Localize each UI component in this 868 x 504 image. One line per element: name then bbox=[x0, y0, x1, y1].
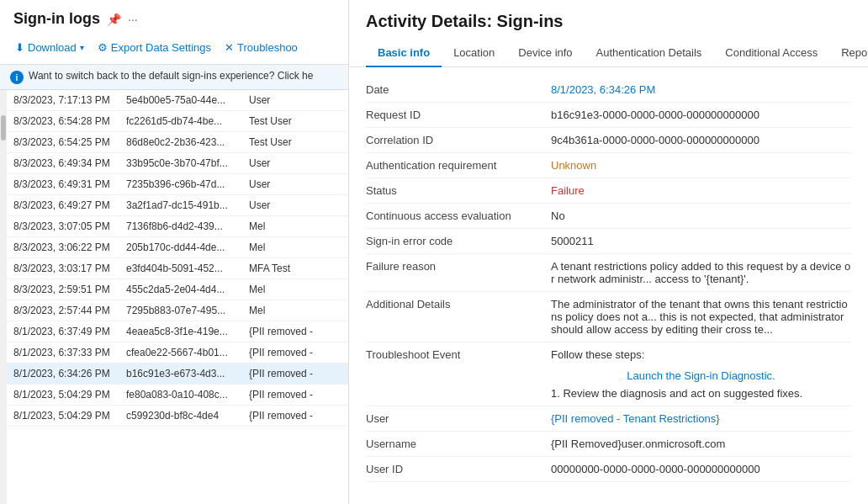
scroll-thumb[interactable] bbox=[1, 115, 6, 141]
tab-basic-info[interactable]: Basic info bbox=[366, 40, 442, 67]
log-timestamp: 8/3/2023, 3:07:05 PM bbox=[13, 220, 123, 232]
troubleshoot-header: Follow these steps: bbox=[551, 348, 851, 361]
detail-row: Failure reasonA tenant restrictions poli… bbox=[366, 254, 851, 292]
detail-label: Correlation ID bbox=[366, 134, 551, 146]
right-panel: Activity Details: Sign-ins Basic infoLoc… bbox=[349, 0, 868, 504]
scroll-track[interactable] bbox=[0, 90, 7, 504]
log-row[interactable]: 8/1/2023, 6:34:26 PM b16c91e3-e673-4d3..… bbox=[7, 363, 348, 385]
export-icon: ⚙ bbox=[98, 41, 108, 54]
log-row[interactable]: 8/3/2023, 6:54:28 PM fc2261d5-db74-4be..… bbox=[7, 111, 348, 132]
log-timestamp: 8/3/2023, 3:06:22 PM bbox=[13, 241, 123, 253]
export-button[interactable]: ⚙ Export Data Settings bbox=[96, 38, 213, 57]
download-button[interactable]: ⬇ Download ▾ bbox=[13, 38, 86, 57]
log-timestamp: 8/3/2023, 6:49:27 PM bbox=[13, 199, 123, 211]
log-id: 86d8e0c2-2b36-423... bbox=[126, 136, 246, 148]
detail-label: User bbox=[366, 412, 551, 425]
detail-label: Troubleshoot Event bbox=[366, 348, 551, 361]
detail-label: Request ID bbox=[366, 109, 551, 121]
detail-value: Follow these steps: Launch the Sign-in D… bbox=[551, 348, 851, 400]
panel-title: Sign-in logs bbox=[13, 10, 100, 28]
log-row[interactable]: 8/3/2023, 6:49:34 PM 33b95c0e-3b70-47bf.… bbox=[7, 153, 348, 174]
download-dropdown-icon: ▾ bbox=[80, 43, 84, 52]
log-user: User bbox=[249, 94, 341, 106]
log-user: Mel bbox=[249, 241, 341, 253]
detail-row: Continuous access evaluationNo bbox=[366, 204, 851, 229]
log-row[interactable]: 8/1/2023, 5:04:29 PM fe80a083-0a10-408c.… bbox=[7, 385, 348, 406]
detail-value: 9c4b361a-0000-0000-0000-000000000000 bbox=[551, 134, 851, 146]
log-id: 7295b883-07e7-495... bbox=[126, 305, 246, 316]
log-row[interactable]: 8/1/2023, 6:37:33 PM cfea0e22-5667-4b01.… bbox=[7, 342, 348, 363]
pin-icon[interactable]: 📌 bbox=[107, 13, 121, 26]
detail-value: The administrator of the tenant that own… bbox=[551, 298, 851, 336]
log-id: fe80a083-0a10-408c... bbox=[126, 389, 246, 401]
detail-value: 8/1/2023, 6:34:26 PM bbox=[551, 83, 851, 96]
log-id: 455c2da5-2e04-4d4... bbox=[126, 284, 246, 295]
log-user: Mel bbox=[249, 220, 341, 232]
log-id: 4eaea5c8-3f1e-419e... bbox=[126, 326, 246, 337]
log-row[interactable]: 8/3/2023, 3:06:22 PM 205b170c-dd44-4de..… bbox=[7, 237, 348, 258]
log-timestamp: 8/3/2023, 2:57:44 PM bbox=[13, 305, 123, 316]
log-user: Test User bbox=[249, 115, 341, 127]
log-timestamp: 8/3/2023, 6:54:28 PM bbox=[13, 115, 123, 127]
tab-device-info[interactable]: Device info bbox=[506, 40, 584, 67]
log-id: 7136f8b6-d4d2-439... bbox=[126, 220, 246, 232]
log-timestamp: 8/3/2023, 2:59:51 PM bbox=[13, 284, 123, 295]
log-user: {PII removed - bbox=[249, 326, 341, 337]
log-id: c599230d-bf8c-4de4 bbox=[126, 410, 246, 422]
log-row[interactable]: 8/3/2023, 7:17:13 PM 5e4b00e5-75a0-44e..… bbox=[7, 90, 348, 111]
log-timestamp: 8/1/2023, 5:04:29 PM bbox=[13, 389, 123, 401]
more-options-icon[interactable]: ··· bbox=[128, 13, 138, 26]
detail-row: Username{PII Removed}user.onmicrosoft.co… bbox=[366, 432, 851, 457]
detail-value: A tenant restrictions policy added to th… bbox=[551, 260, 851, 285]
log-row[interactable]: 8/3/2023, 6:49:27 PM 3a2f1ad7-dc15-491b.… bbox=[7, 195, 348, 216]
log-user: {PII removed - bbox=[249, 410, 341, 422]
log-user: {PII removed - bbox=[249, 389, 341, 401]
log-timestamp: 8/1/2023, 6:37:49 PM bbox=[13, 326, 123, 337]
log-row[interactable]: 8/3/2023, 6:49:31 PM 7235b396-c96b-47d..… bbox=[7, 174, 348, 195]
log-id: 205b170c-dd44-4de... bbox=[126, 241, 246, 253]
log-row[interactable]: 8/3/2023, 2:59:51 PM 455c2da5-2e04-4d4..… bbox=[7, 279, 348, 300]
detail-label: Authentication requirement bbox=[366, 159, 551, 172]
log-row[interactable]: 8/3/2023, 6:54:25 PM 86d8e0c2-2b36-423..… bbox=[7, 132, 348, 153]
tab-report-only[interactable]: Report-only bbox=[829, 40, 868, 67]
log-id: cfea0e22-5667-4b01... bbox=[126, 347, 246, 358]
detail-value: Unknown bbox=[551, 159, 851, 172]
log-user: User bbox=[249, 178, 341, 190]
tab-location[interactable]: Location bbox=[442, 40, 506, 67]
toolbar: ⬇ Download ▾ ⚙ Export Data Settings ✕ Tr… bbox=[0, 34, 348, 65]
detail-value: No bbox=[551, 210, 851, 222]
detail-row: Date8/1/2023, 6:34:26 PM bbox=[366, 77, 851, 103]
troubleshoot-button[interactable]: ✕ Troubleshoo bbox=[223, 38, 299, 57]
detail-value: {PII removed - Tenant Restrictions} bbox=[551, 412, 851, 425]
detail-row: Troubleshoot Event Follow these steps: L… bbox=[366, 342, 851, 406]
log-timestamp: 8/1/2023, 6:37:33 PM bbox=[13, 347, 123, 358]
detail-value: {PII Removed}user.onmicrosoft.com bbox=[551, 438, 851, 450]
log-row[interactable]: 8/3/2023, 2:57:44 PM 7295b883-07e7-495..… bbox=[7, 300, 348, 321]
log-row[interactable]: 8/1/2023, 5:04:29 PM c599230d-bf8c-4de4 … bbox=[7, 406, 348, 427]
detail-label: User ID bbox=[366, 463, 551, 475]
log-timestamp: 8/3/2023, 3:03:17 PM bbox=[13, 263, 123, 274]
tab-auth-details[interactable]: Authentication Details bbox=[585, 40, 714, 67]
detail-label: Date bbox=[366, 83, 551, 96]
detail-row: Additional DetailsThe administrator of t… bbox=[366, 292, 851, 342]
tab-bar: Basic infoLocationDevice infoAuthenticat… bbox=[349, 40, 868, 67]
log-list: 8/3/2023, 7:17:13 PM 5e4b00e5-75a0-44e..… bbox=[7, 90, 348, 504]
troubleshoot-diagnostic-link[interactable]: Launch the Sign-in Diagnostic. bbox=[551, 369, 851, 382]
panel-header: Sign-in logs 📌 ··· bbox=[0, 0, 348, 34]
info-icon: i bbox=[10, 71, 24, 84]
detail-value: b16c91e3-0000-0000-0000-000000000000 bbox=[551, 109, 851, 121]
detail-value: 5000211 bbox=[551, 235, 851, 247]
log-timestamp: 8/1/2023, 6:34:26 PM bbox=[13, 368, 123, 379]
detail-title: Activity Details: Sign-ins bbox=[349, 0, 868, 40]
detail-row: Sign-in error code5000211 bbox=[366, 229, 851, 254]
log-user: Mel bbox=[249, 305, 341, 316]
troubleshoot-icon: ✕ bbox=[225, 41, 234, 54]
log-timestamp: 8/3/2023, 6:49:31 PM bbox=[13, 178, 123, 190]
log-row[interactable]: 8/1/2023, 6:37:49 PM 4eaea5c8-3f1e-419e.… bbox=[7, 321, 348, 342]
log-user: {PII removed - bbox=[249, 347, 341, 358]
left-panel: Sign-in logs 📌 ··· ⬇ Download ▾ ⚙ Export… bbox=[0, 0, 349, 504]
log-row[interactable]: 8/3/2023, 3:07:05 PM 7136f8b6-d4d2-439..… bbox=[7, 216, 348, 237]
log-id: b16c91e3-e673-4d3... bbox=[126, 368, 246, 379]
tab-conditional-access[interactable]: Conditional Access bbox=[713, 40, 829, 67]
log-row[interactable]: 8/3/2023, 3:03:17 PM e3fd404b-5091-452..… bbox=[7, 258, 348, 279]
